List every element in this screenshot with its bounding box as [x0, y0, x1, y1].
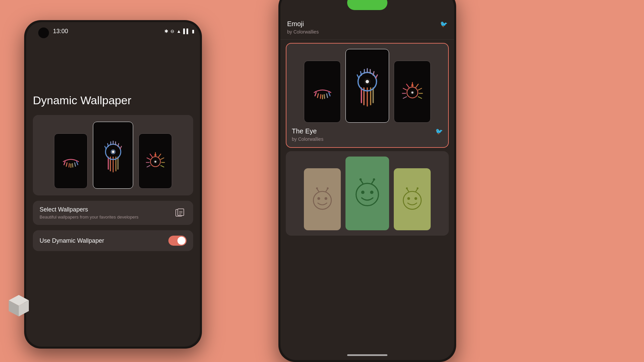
android-preview-2[interactable]: [345, 157, 389, 230]
svg-line-25: [161, 158, 164, 160]
svg-line-44: [315, 93, 316, 96]
emoji-section: Emoji 🐦 by Colorwallies: [280, 17, 454, 40]
svg-line-27: [161, 166, 164, 167]
eye-preview-1[interactable]: [304, 61, 341, 123]
camera-hole: [38, 27, 49, 38]
svg-line-70: [418, 97, 422, 99]
eye-twitter-icon[interactable]: 🐦: [435, 128, 443, 135]
android-section[interactable]: [286, 151, 449, 236]
select-icon: [173, 206, 186, 220]
select-title: Select Wallpapers: [40, 206, 173, 213]
toggle-label: Use Dynamic Wallpaper: [40, 237, 168, 244]
svg-point-85: [356, 183, 379, 206]
eye-section-author: by Colorwallies: [292, 136, 443, 142]
svg-point-92: [403, 191, 421, 209]
eye-section[interactable]: The Eye 🐦 by Colorwallies: [286, 43, 449, 148]
bluetooth-icon: ✱: [164, 28, 168, 34]
eye-section-previews: [292, 49, 443, 123]
status-bar: 13:00 ✱ ⊖ ▲ ▌▌ ▮: [26, 22, 200, 40]
app-content: Dynamic Wallpaper: [26, 40, 200, 347]
android-previews: [291, 157, 443, 230]
svg-point-21: [112, 150, 114, 153]
svg-line-24: [158, 154, 161, 157]
right-phone: Emoji 🐦 by Colorwallies: [278, 0, 456, 362]
svg-line-50: [329, 93, 330, 96]
select-description: Beautiful wallpapers from your favorites…: [40, 215, 173, 220]
svg-point-87: [370, 191, 373, 194]
use-dynamic-wallpaper-section[interactable]: Use Dynamic Wallpaper: [33, 230, 193, 251]
svg-line-46: [320, 95, 321, 98]
svg-rect-36: [178, 209, 184, 216]
svg-line-29: [147, 158, 150, 160]
status-time: 13:00: [53, 28, 68, 35]
svg-line-19: [120, 146, 121, 149]
svg-point-77: [411, 92, 413, 94]
svg-point-89: [360, 178, 362, 181]
preview-phone-1[interactable]: [54, 133, 88, 189]
emoji-section-author: by Colorwallies: [287, 29, 447, 35]
svg-point-34: [154, 161, 156, 163]
svg-point-93: [407, 197, 410, 200]
svg-point-98: [417, 187, 418, 189]
preview-phone-2[interactable]: [93, 122, 133, 189]
svg-line-1: [66, 163, 67, 166]
select-wallpapers-section[interactable]: Select Wallpapers Beautiful wallpapers f…: [33, 201, 193, 225]
svg-line-68: [418, 88, 422, 90]
wallpaper-previews: [40, 122, 186, 189]
svg-point-65: [366, 80, 369, 83]
svg-line-48: [324, 95, 324, 98]
emoji-twitter-icon[interactable]: 🐦: [440, 20, 447, 28]
svg-point-79: [317, 197, 320, 200]
svg-line-45: [317, 94, 318, 98]
svg-line-2: [69, 164, 69, 167]
select-text: Select Wallpapers Beautiful wallpapers f…: [40, 206, 173, 220]
left-phone: 13:00 ✱ ⊖ ▲ ▌▌ ▮ Dynamic Wallpaper: [24, 20, 202, 349]
svg-line-31: [147, 166, 150, 167]
svg-point-96: [406, 187, 408, 189]
scroll-indicator: [347, 354, 387, 356]
dnd-icon: ⊖: [170, 28, 174, 34]
svg-line-63: [376, 75, 377, 78]
wifi-icon: ▲: [176, 28, 181, 34]
emoji-section-name: Emoji: [287, 20, 440, 28]
svg-line-67: [416, 84, 418, 87]
android-preview-3[interactable]: [394, 168, 431, 230]
svg-line-5: [74, 163, 75, 166]
svg-point-80: [325, 197, 327, 200]
eye-section-name: The Eye: [292, 127, 435, 135]
android-preview-1[interactable]: [304, 168, 341, 230]
svg-point-78: [313, 191, 331, 209]
right-content: Emoji 🐦 by Colorwallies: [280, 0, 454, 360]
svg-point-91: [373, 178, 375, 181]
svg-line-6: [76, 162, 77, 165]
status-icons: ✱ ⊖ ▲ ▌▌ ▮: [164, 28, 195, 34]
eye-preview-3[interactable]: [394, 61, 431, 123]
svg-line-57: [357, 75, 359, 78]
signal-icon: ▌▌: [183, 28, 190, 34]
svg-line-71: [407, 84, 409, 87]
svg-line-74: [403, 97, 407, 99]
svg-point-84: [327, 187, 328, 189]
svg-line-49: [327, 94, 328, 98]
svg-point-82: [316, 187, 318, 189]
green-button[interactable]: [347, 0, 387, 10]
svg-line-0: [64, 162, 65, 165]
svg-line-13: [105, 146, 106, 149]
toggle-switch[interactable]: [168, 236, 186, 246]
svg-point-94: [415, 197, 417, 200]
svg-line-4: [72, 164, 73, 167]
svg-line-72: [403, 88, 407, 90]
preview-phone-3[interactable]: [139, 133, 172, 189]
svg-point-86: [361, 191, 365, 194]
app-title: Dynamic Wallpaper: [33, 94, 193, 107]
battery-icon: ▮: [192, 28, 195, 34]
svg-line-28: [150, 154, 152, 157]
cube-logo: [5, 292, 32, 318]
eye-preview-2[interactable]: [345, 49, 389, 123]
wallpaper-preview-card[interactable]: [33, 115, 193, 195]
